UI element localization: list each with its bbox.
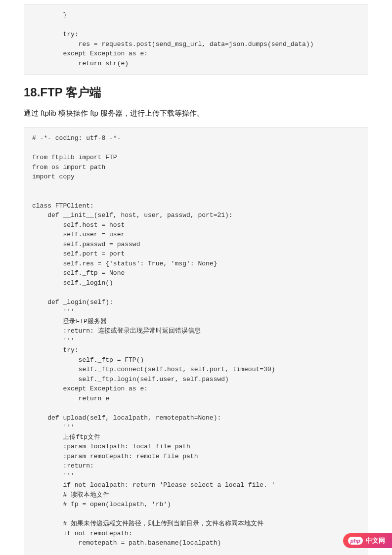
code-block-ftp-client: # -*- coding: utf-8 -*- from ftplib impo… [24,127,368,555]
site-badge-label: 中文网 [366,536,385,545]
section-description: 通过 ftplib 模块操作 ftp 服务器，进行上传下载等操作。 [24,107,368,119]
site-badge[interactable]: php 中文网 [343,533,392,548]
php-logo-icon: php [348,537,363,545]
section-heading: 18.FTP 客户端 [24,85,368,100]
code-block-snippet-1: } try: res = requests.post(send_msg_url,… [24,4,368,75]
